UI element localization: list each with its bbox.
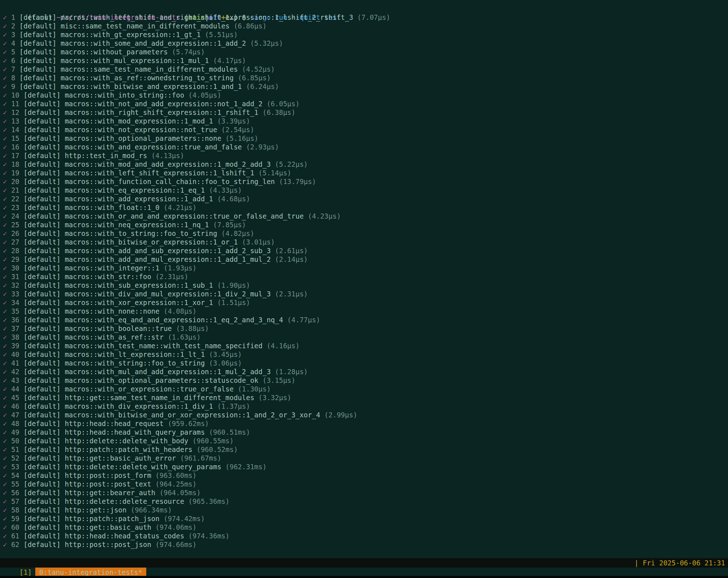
test-result-line: ✓ 33 [default] macros::with_div_and_mul_… — [3, 290, 728, 298]
test-name: [default] macros::with_bitwise_and_expre… — [19, 82, 242, 90]
test-duration: (6.05µs) — [267, 100, 300, 108]
test-number: 20 — [11, 178, 19, 185]
check-icon: ✓ — [3, 195, 7, 203]
test-number: 11 — [11, 100, 19, 108]
test-duration: (964.25ms) — [155, 480, 196, 488]
test-result-line: ✓ 10 [default] macros::with_into_string:… — [3, 91, 728, 99]
test-duration: (2.14µs) — [275, 255, 308, 263]
test-duration: (2.93µs) — [246, 143, 279, 151]
check-icon: ✓ — [3, 22, 7, 30]
test-number: 3 — [11, 31, 15, 39]
check-icon: ✓ — [3, 143, 7, 151]
test-name: [default] macros::with_div_and_mul_expre… — [23, 290, 271, 298]
test-duration: (4.33µs) — [209, 186, 242, 194]
test-number: 47 — [11, 411, 19, 419]
test-number: 40 — [11, 350, 19, 358]
test-number: 49 — [11, 428, 19, 436]
test-name: [default] http::get::json — [23, 506, 126, 514]
check-icon: ✓ — [3, 247, 7, 255]
test-number: 9 — [11, 82, 15, 90]
check-icon: ✓ — [3, 428, 7, 436]
check-icon: ✓ — [3, 203, 7, 211]
test-result-line: ✓ 43 [default] macros::with_optional_par… — [3, 376, 728, 385]
test-duration: (974.06ms) — [155, 523, 196, 531]
test-name: [default] http::delete::delete_with_body — [23, 437, 188, 445]
test-name: [default] macros::with_add_and_sub_expre… — [23, 247, 271, 255]
test-number: 32 — [11, 281, 19, 289]
test-duration: (1.28µs) — [275, 368, 308, 376]
check-icon: ✓ — [3, 454, 7, 462]
test-duration: (4.16µs) — [267, 342, 300, 350]
test-number: 4 — [11, 39, 15, 47]
test-result-line: ✓ 56 [default] http::get::bearer_auth (9… — [3, 488, 728, 497]
test-duration: (964.05ms) — [160, 489, 201, 497]
check-icon: ✓ — [3, 100, 7, 108]
terminal-content[interactable]: (tanu) ~/r/r/t/tanu-integration-tests (m… — [3, 4, 728, 557]
test-result-line: ✓ 39 [default] macros::with_test_name::w… — [3, 341, 728, 350]
test-number: 13 — [11, 117, 19, 125]
check-icon: ✓ — [3, 238, 7, 246]
test-number: 37 — [11, 324, 19, 332]
test-duration: (965.36ms) — [188, 497, 229, 505]
check-icon: ✓ — [3, 445, 7, 453]
test-duration: (960.51ms) — [209, 428, 250, 436]
test-name: [default] macros::with_some_and_add_expr… — [19, 39, 246, 47]
test-name: [default] macros::with_right_shift_expre… — [23, 108, 258, 116]
test-name: [default] macros::without_parameters — [19, 48, 168, 56]
test-number: 1 — [11, 13, 15, 21]
test-number: 61 — [11, 532, 19, 540]
check-icon: ✓ — [3, 255, 7, 263]
check-icon: ✓ — [3, 523, 7, 531]
test-duration: (4.77µs) — [287, 316, 320, 324]
test-duration: (974.66ms) — [155, 541, 196, 548]
test-result-line: ✓ 26 [default] macros::with_to_string::f… — [3, 229, 728, 238]
test-duration: (4.23µs) — [308, 212, 341, 220]
test-name: [default] macros::with_left_shift_and_ri… — [19, 13, 353, 21]
check-icon: ✓ — [3, 169, 7, 177]
test-number: 55 — [11, 480, 19, 488]
test-duration: (2.54µs) — [221, 126, 254, 134]
test-duration: (2.31µs) — [155, 273, 188, 281]
test-duration: (6.85µs) — [238, 74, 271, 82]
check-icon: ✓ — [3, 463, 7, 471]
test-duration: (974.36ms) — [188, 532, 229, 540]
test-number: 57 — [11, 497, 19, 505]
test-number: 52 — [11, 454, 19, 462]
test-name: [default] macros::with_integer::1 — [23, 264, 160, 272]
test-duration: (5.14µs) — [258, 169, 291, 177]
test-name: [default] macros::with_not_expression::n… — [23, 126, 217, 134]
test-result-line: ✓ 55 [default] http::post::post_text (96… — [3, 480, 728, 488]
test-result-line: ✓ 52 [default] http::get::basic_auth_err… — [3, 454, 728, 462]
tmux-status-bar: [1]0:tanu-integration-tests* | Fri 2025-… — [0, 558, 728, 568]
test-name: [default] http::patch::patch_with_header… — [23, 445, 192, 453]
test-duration: (960.55ms) — [192, 437, 233, 445]
check-icon: ✓ — [3, 342, 7, 350]
test-number: 25 — [11, 221, 19, 229]
test-number: 27 — [11, 238, 19, 246]
test-result-line: ✓ 21 [default] macros::with_eq_expressio… — [3, 186, 728, 194]
test-number: 19 — [11, 169, 19, 177]
test-result-line: ✓ 2 [default] misc::same_test_name_in_di… — [3, 22, 728, 30]
test-number: 30 — [11, 264, 19, 272]
check-icon: ✓ — [3, 290, 7, 298]
status-clock: | Fri 2025-06-06 21:31 — [634, 558, 725, 568]
check-icon: ✓ — [3, 471, 7, 479]
check-icon: ✓ — [3, 57, 7, 64]
test-name: [default] macros::with_sub_expression::1… — [23, 281, 213, 289]
check-icon: ✓ — [3, 368, 7, 376]
test-number: 28 — [11, 247, 19, 255]
test-duration: (966.34ms) — [131, 506, 172, 514]
terminal-window: (tanu) ~/r/r/t/tanu-integration-tests (m… — [0, 0, 728, 578]
test-result-line: ✓ 7 [default] macros::same_test_name_in_… — [3, 65, 728, 73]
check-icon: ✓ — [3, 178, 7, 185]
test-result-line: ✓ 36 [default] macros::with_eq_and_and_e… — [3, 315, 728, 324]
test-name: [default] macros::with_into_string::foo — [23, 91, 184, 99]
test-number: 24 — [11, 212, 19, 220]
test-number: 43 — [11, 376, 19, 384]
test-number: 16 — [11, 143, 19, 151]
test-name: [default] misc::same_test_name_in_differ… — [19, 22, 229, 30]
check-icon: ✓ — [3, 420, 7, 427]
test-number: 36 — [11, 316, 19, 324]
test-result-line: ✓ 47 [default] macros::with_bitwise_and_… — [3, 411, 728, 419]
test-duration: (1.51µs) — [217, 299, 250, 306]
